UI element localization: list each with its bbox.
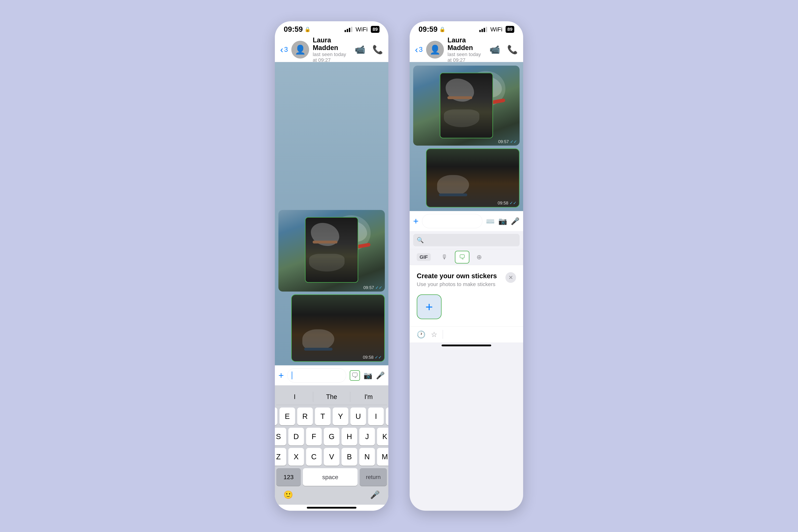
checkmarks-1: ✓✓ (375, 285, 382, 290)
key-t[interactable]: T (315, 407, 330, 425)
mic-button-keyboard-left[interactable]: 🎤 (370, 490, 380, 499)
key-space[interactable]: space (303, 468, 358, 486)
header-actions-right: 📹 📞 (490, 45, 518, 55)
mic-button-right[interactable]: 🎤 (511, 217, 519, 225)
signal-icon-left (345, 26, 353, 32)
key-d[interactable]: D (288, 428, 304, 445)
camera-button-right[interactable]: 📷 (498, 217, 507, 225)
status-icons-left: WiFi 89 (345, 26, 380, 33)
photo-message-1-bg: 09:57 ✓✓ (279, 210, 385, 291)
video-call-icon-left[interactable]: 📹 (355, 45, 365, 55)
keyboard-left: I The I'm Q W E R T Y U I O P A S D (275, 385, 388, 505)
key-e[interactable]: E (280, 407, 295, 425)
sticker-tab-row: GIF 🎙 🗨 ⊕ (410, 249, 523, 265)
avatar-left[interactable]: 👤 (291, 41, 309, 58)
key-o[interactable]: O (386, 407, 388, 425)
key-y[interactable]: Y (333, 407, 348, 425)
sticker-tab-gif[interactable]: GIF (413, 251, 434, 263)
key-x[interactable]: X (288, 448, 304, 466)
phone-right: 09:59 🔒 WiFi 89 ‹ 3 👤 Laura Madden last … (410, 21, 523, 511)
wifi-icon-right: WiFi (490, 26, 502, 33)
contact-status-right: last seen today at 09:27 (448, 52, 486, 63)
key-v[interactable]: V (324, 448, 339, 466)
key-return[interactable]: return (360, 468, 387, 486)
sticker-favorites-tab[interactable]: ☆ (431, 330, 437, 339)
key-b[interactable]: B (342, 448, 357, 466)
chat-background-left: 09:57 ✓✓ 09:58 ✓✓ (275, 62, 388, 365)
input-area-left: + 🗨 📷 🎤 I The I'm Q W E R T Y U (275, 365, 388, 511)
home-indicator-left (307, 507, 357, 509)
key-j[interactable]: J (359, 428, 375, 445)
sticker-recent-tab[interactable]: 🕐 (417, 330, 425, 339)
sticker-close-button[interactable]: ✕ (506, 272, 516, 283)
key-m[interactable]: M (377, 448, 388, 466)
voice-icon-tab: 🎙 (441, 253, 448, 261)
contact-info-right: Laura Madden last seen today at 09:27 (448, 36, 486, 63)
phone-call-icon-left[interactable]: 📞 (373, 45, 383, 55)
plus-button-left[interactable]: + (279, 370, 284, 381)
chat-header-left: ‹ 3 👤 Laura Madden last seen today at 09… (275, 37, 388, 62)
sticker-divider (443, 330, 443, 339)
sticker-create-title: Create your own stickers (417, 272, 506, 280)
header-actions-left: 📹 📞 (355, 45, 383, 55)
status-time-right: 09:59 🔒 (418, 25, 445, 34)
message-time-1: 09:57 ✓✓ (363, 285, 382, 290)
key-u[interactable]: U (350, 407, 366, 425)
phone-call-icon-right[interactable]: 📞 (507, 45, 518, 55)
sticker-add-button[interactable]: + (417, 294, 441, 319)
battery-icon-right: 89 (506, 26, 514, 33)
sticker-create-text: Create your own stickers Use your photos… (417, 272, 506, 287)
sticker-tab-voice[interactable]: 🎙 (438, 251, 451, 263)
key-f[interactable]: F (306, 428, 322, 445)
camera-button-left[interactable]: 📷 (363, 371, 373, 380)
status-bar-right: 09:59 🔒 WiFi 89 (410, 21, 523, 37)
search-icon-sticker: 🔍 (417, 237, 424, 244)
back-button-right[interactable]: ‹ 3 (415, 44, 423, 55)
sticker-button-left[interactable]: 🗨 (350, 370, 360, 381)
key-r[interactable]: R (297, 407, 313, 425)
key-k[interactable]: K (377, 428, 388, 445)
suggestion-i[interactable]: I (276, 392, 313, 402)
sticker-tab-add[interactable]: ⊕ (473, 251, 486, 263)
sticker-bottom-tabs: 🕐 ☆ (410, 326, 523, 342)
battery-icon-left: 89 (371, 26, 380, 33)
text-input-left[interactable] (287, 368, 346, 382)
key-z[interactable]: Z (275, 448, 286, 466)
sticker-search-bar[interactable]: 🔍 (413, 234, 519, 246)
input-area-right: + ⌨️ 📷 🎤 🔍 GIF 🎙 (410, 211, 523, 348)
text-input-right[interactable] (422, 214, 482, 228)
message-input-row-right: + ⌨️ 📷 🎤 (410, 211, 523, 231)
plus-button-right[interactable]: + (413, 216, 418, 226)
key-c[interactable]: C (306, 448, 322, 466)
video-call-icon-right[interactable]: 📹 (490, 45, 500, 55)
cursor-left (292, 372, 292, 379)
phone-left: 09:59 🔒 WiFi 89 ‹ 3 👤 Laura Madden last … (275, 21, 388, 511)
key-row-4: 123 space return (276, 468, 387, 486)
suggestion-the[interactable]: The (313, 392, 350, 402)
key-h[interactable]: H (342, 428, 357, 445)
sticker-icon-tab: 🗨 (459, 253, 465, 261)
key-w[interactable]: W (275, 407, 277, 425)
key-i[interactable]: I (368, 407, 384, 425)
chat-header-right: ‹ 3 👤 Laura Madden last seen today at 09… (410, 37, 523, 62)
photo-right-2: 09:58 ✓✓ (426, 148, 519, 208)
sticker-tab-sticker[interactable]: 🗨 (455, 251, 469, 264)
key-g[interactable]: G (324, 428, 339, 445)
keyboard-button-right[interactable]: ⌨️ (486, 217, 495, 225)
avatar-right[interactable]: 👤 (426, 41, 444, 58)
key-numbers[interactable]: 123 (276, 468, 301, 486)
message-time-right-2: 09:58 ✓✓ (498, 201, 517, 206)
emoji-button-left[interactable]: 🙂 (283, 490, 293, 499)
message-input-row-left: + 🗨 📷 🎤 (275, 365, 388, 385)
suggestion-im[interactable]: I'm (350, 392, 387, 402)
back-button-left[interactable]: ‹ 3 (280, 44, 288, 55)
status-bar-left: 09:59 🔒 WiFi 89 (275, 21, 388, 37)
chat-area-left: 09:57 ✓✓ 09:58 ✓✓ (275, 62, 388, 365)
key-n[interactable]: N (359, 448, 375, 466)
contact-status-left: last seen today at 09:27 (312, 52, 351, 63)
key-s[interactable]: S (275, 428, 286, 445)
checkmarks-right-2: ✓✓ (510, 201, 517, 205)
mic-button-left[interactable]: 🎤 (376, 371, 385, 380)
key-row-3: ⇧ Z X C V B N M ⌫ (276, 448, 387, 466)
key-row-1: Q W E R T Y U I O P (276, 407, 387, 425)
